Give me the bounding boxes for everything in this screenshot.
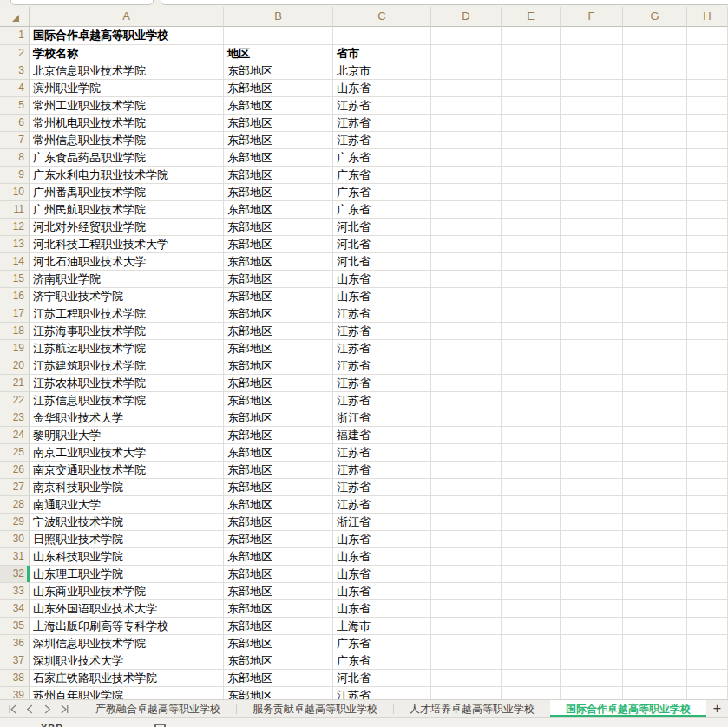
cell-A36[interactable]: 深圳信息职业技术学院: [30, 635, 224, 652]
cell-C11[interactable]: 广东省: [333, 201, 431, 219]
sheet-tab-2[interactable]: 服务贡献卓越高等职业学校: [237, 700, 393, 717]
cell-A11[interactable]: 广州民航职业技术学院: [30, 201, 224, 219]
row-header-30[interactable]: 30: [0, 531, 30, 548]
cell-A31[interactable]: 山东科技职业学院: [30, 548, 224, 566]
row-header-28[interactable]: 28: [0, 496, 30, 514]
row-header-18[interactable]: 18: [0, 323, 30, 340]
cell-B26[interactable]: 东部地区: [224, 462, 333, 479]
cell-A20[interactable]: 江苏建筑职业技术学院: [30, 357, 224, 375]
cell-C22[interactable]: 江苏省: [333, 392, 431, 409]
cell-G9[interactable]: [623, 167, 687, 184]
cell-D8[interactable]: [431, 149, 502, 167]
cell-E31[interactable]: [502, 548, 561, 566]
cell-E16[interactable]: [502, 288, 561, 305]
cell-A29[interactable]: 宁波职业技术学院: [30, 514, 224, 531]
cell-D9[interactable]: [431, 167, 502, 184]
cell-C35[interactable]: 上海市: [333, 618, 431, 635]
cell-F5[interactable]: [561, 97, 623, 115]
cell-F32[interactable]: [561, 566, 623, 583]
cell-F22[interactable]: [561, 392, 623, 409]
row-header-31[interactable]: 31: [0, 548, 30, 566]
cell-B19[interactable]: 东部地区: [224, 340, 333, 357]
cell-F33[interactable]: [561, 583, 623, 600]
cell-F20[interactable]: [561, 357, 623, 375]
cell-G15[interactable]: [623, 271, 687, 288]
row-header-8[interactable]: 8: [0, 149, 30, 167]
cell-G4[interactable]: [623, 80, 687, 97]
cell-F1[interactable]: [561, 27, 623, 45]
row-header-25[interactable]: 25: [0, 444, 30, 462]
cell-G25[interactable]: [623, 444, 687, 462]
cell-C26[interactable]: 江苏省: [333, 462, 431, 479]
cell-D12[interactable]: [431, 219, 502, 236]
cell-B23[interactable]: 东部地区: [224, 409, 333, 427]
cell-G35[interactable]: [623, 618, 687, 635]
cell-G13[interactable]: [623, 236, 687, 253]
cell-G2[interactable]: [623, 45, 687, 62]
cell-H11[interactable]: [687, 201, 728, 219]
cell-H29[interactable]: [687, 514, 728, 531]
row-header-11[interactable]: 11: [0, 201, 30, 219]
cell-A10[interactable]: 广州番禺职业技术学院: [30, 184, 224, 201]
row-header-14[interactable]: 14: [0, 253, 30, 271]
cell-G23[interactable]: [623, 409, 687, 427]
cell-B20[interactable]: 东部地区: [224, 357, 333, 375]
cell-H34[interactable]: [687, 600, 728, 618]
cell-F7[interactable]: [561, 132, 623, 149]
cell-C15[interactable]: 山东省: [333, 271, 431, 288]
cell-C9[interactable]: 广东省: [333, 167, 431, 184]
cell-D10[interactable]: [431, 184, 502, 201]
row-header-23[interactable]: 23: [0, 409, 30, 427]
cell-F34[interactable]: [561, 600, 623, 618]
cell-B3[interactable]: 东部地区: [224, 62, 333, 80]
cell-B31[interactable]: 东部地区: [224, 548, 333, 566]
cell-H19[interactable]: [687, 340, 728, 357]
cell-C23[interactable]: 浙江省: [333, 409, 431, 427]
cell-H18[interactable]: [687, 323, 728, 340]
cell-B18[interactable]: 东部地区: [224, 323, 333, 340]
cell-A6[interactable]: 常州机电职业技术学院: [30, 115, 224, 132]
cell-E22[interactable]: [502, 392, 561, 409]
cell-F13[interactable]: [561, 236, 623, 253]
cell-D2[interactable]: [431, 45, 502, 62]
cell-B14[interactable]: 东部地区: [224, 253, 333, 271]
cell-F17[interactable]: [561, 305, 623, 323]
cell-E3[interactable]: [502, 62, 561, 80]
cell-B33[interactable]: 东部地区: [224, 583, 333, 600]
row-header-6[interactable]: 6: [0, 115, 30, 132]
row-header-36[interactable]: 36: [0, 635, 30, 652]
cell-A35[interactable]: 上海出版印刷高等专科学校: [30, 618, 224, 635]
cell-G36[interactable]: [623, 635, 687, 652]
cell-F15[interactable]: [561, 271, 623, 288]
cell-D18[interactable]: [431, 323, 502, 340]
column-header-E[interactable]: E: [502, 7, 561, 27]
row-header-7[interactable]: 7: [0, 132, 30, 149]
cell-H3[interactable]: [687, 62, 728, 80]
cell-A2[interactable]: 学校名称: [30, 45, 224, 62]
cell-B36[interactable]: 东部地区: [224, 635, 333, 652]
cell-G37[interactable]: [623, 652, 687, 670]
cell-H16[interactable]: [687, 288, 728, 305]
cell-H2[interactable]: [687, 45, 728, 62]
cell-B7[interactable]: 东部地区: [224, 132, 333, 149]
cell-C30[interactable]: 山东省: [333, 531, 431, 548]
cell-E5[interactable]: [502, 97, 561, 115]
cell-A22[interactable]: 江苏信息职业技术学院: [30, 392, 224, 409]
cell-F30[interactable]: [561, 531, 623, 548]
cell-F9[interactable]: [561, 167, 623, 184]
cell-B21[interactable]: 东部地区: [224, 375, 333, 392]
cell-H26[interactable]: [687, 462, 728, 479]
cell-H23[interactable]: [687, 409, 728, 427]
cell-A17[interactable]: 江苏工程职业技术学院: [30, 305, 224, 323]
cell-G22[interactable]: [623, 392, 687, 409]
cell-G8[interactable]: [623, 149, 687, 167]
row-header-12[interactable]: 12: [0, 219, 30, 236]
cell-G20[interactable]: [623, 357, 687, 375]
cell-F12[interactable]: [561, 219, 623, 236]
cell-H9[interactable]: [687, 167, 728, 184]
cell-G29[interactable]: [623, 514, 687, 531]
cell-A26[interactable]: 南京交通职业技术学院: [30, 462, 224, 479]
cell-D3[interactable]: [431, 62, 502, 80]
cell-E25[interactable]: [502, 444, 561, 462]
cell-D6[interactable]: [431, 115, 502, 132]
